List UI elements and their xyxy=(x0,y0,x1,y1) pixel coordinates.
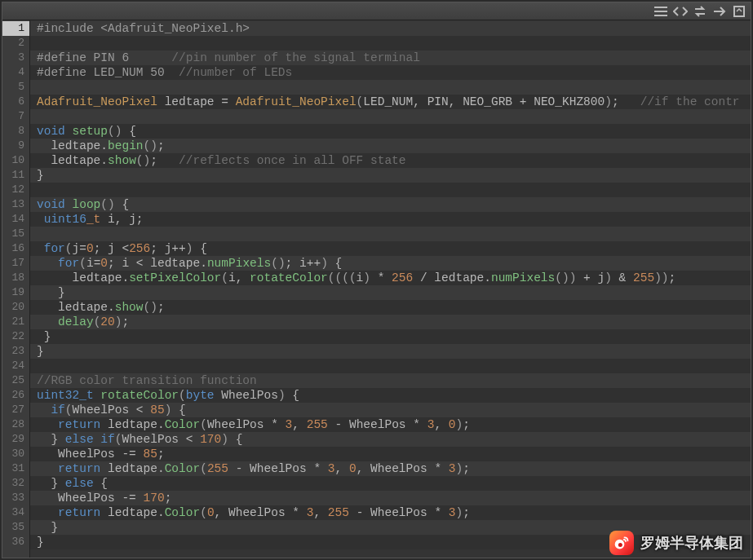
line-number: 23 xyxy=(2,344,29,359)
code-line[interactable]: WheelPos -= 170; xyxy=(30,491,751,505)
line-number: 20 xyxy=(2,300,29,315)
line-number: 36 xyxy=(2,535,29,549)
code-line[interactable]: void setup() { xyxy=(30,124,751,139)
code-line[interactable]: } xyxy=(30,168,751,183)
line-number: 6 xyxy=(2,95,29,109)
code-line[interactable]: #include <Adafruit_NeoPixel.h> xyxy=(30,21,751,36)
code-line[interactable]: ledtape.begin(); xyxy=(30,139,751,153)
code-line[interactable]: return ledtape.Color(WheelPos * 3, 255 -… xyxy=(30,417,751,432)
line-number: 8 xyxy=(2,124,29,139)
code-line[interactable]: } xyxy=(30,329,751,344)
code-line[interactable]: return ledtape.Color(255 - WheelPos * 3,… xyxy=(30,461,751,476)
line-number: 28 xyxy=(2,417,29,432)
code-line[interactable]: WheelPos -= 85; xyxy=(30,447,751,461)
hamburger-icon[interactable] xyxy=(653,4,669,19)
line-number: 18 xyxy=(2,271,29,285)
arrow-right-icon[interactable] xyxy=(711,4,728,19)
line-number: 15 xyxy=(2,227,29,241)
code-line[interactable]: void loop() { xyxy=(30,197,751,212)
svg-rect-0 xyxy=(734,7,744,16)
code-line[interactable]: Adafruit_NeoPixel ledtape = Adafruit_Neo… xyxy=(30,95,751,109)
line-number: 34 xyxy=(2,505,29,520)
line-number: 32 xyxy=(2,476,29,491)
code-editor[interactable]: 1234567891011121314151617181920212223242… xyxy=(2,20,751,558)
code-line[interactable]: #define PIN 6 //pin number of the signal… xyxy=(30,51,751,65)
line-number: 7 xyxy=(2,109,29,124)
code-line[interactable] xyxy=(30,80,751,95)
code-line[interactable] xyxy=(30,36,751,51)
swap-icon[interactable] xyxy=(692,4,708,19)
code-line[interactable] xyxy=(30,109,751,124)
code-line[interactable]: return ledtape.Color(0, WheelPos * 3, 25… xyxy=(30,505,751,520)
code-line[interactable]: } xyxy=(30,535,751,549)
code-line[interactable]: ledtape.show(); xyxy=(30,300,751,315)
code-line[interactable]: uint16_t i, j; xyxy=(30,212,751,227)
line-number: 13 xyxy=(2,197,29,212)
line-number: 35 xyxy=(2,520,29,535)
code-line[interactable]: #define LED_NUM 50 //number of LEDs xyxy=(30,65,751,80)
code-line[interactable]: ledtape.setPixelColor(i, rotateColor((((… xyxy=(30,271,751,285)
line-number: 33 xyxy=(2,491,29,505)
line-number: 17 xyxy=(2,256,29,271)
line-number: 27 xyxy=(2,403,29,417)
line-number-gutter: 1234567891011121314151617181920212223242… xyxy=(2,20,30,558)
line-number: 12 xyxy=(2,183,29,197)
code-line[interactable]: } xyxy=(30,344,751,359)
line-number: 11 xyxy=(2,168,29,183)
code-line[interactable] xyxy=(30,359,751,373)
line-number: 16 xyxy=(2,241,29,256)
code-line[interactable]: if(WheelPos < 85) { xyxy=(30,403,751,417)
line-number: 22 xyxy=(2,329,29,344)
code-line[interactable]: } else { xyxy=(30,476,751,491)
code-line[interactable]: //RGB color transition function xyxy=(30,373,751,388)
code-line[interactable]: for(i=0; i < ledtape.numPixels(); i++) { xyxy=(30,256,751,271)
code-area[interactable]: #include <Adafruit_NeoPixel.h>#define PI… xyxy=(30,20,751,558)
code-line[interactable]: delay(20); xyxy=(30,315,751,329)
code-line[interactable] xyxy=(30,227,751,241)
line-number: 5 xyxy=(2,80,29,95)
line-number: 1 xyxy=(2,21,29,36)
line-number: 14 xyxy=(2,212,29,227)
code-line[interactable]: ledtape.show(); //reflects once in all O… xyxy=(30,153,751,168)
expand-icon[interactable] xyxy=(731,4,747,19)
code-icon[interactable] xyxy=(672,4,689,19)
line-number: 9 xyxy=(2,139,29,153)
line-number: 25 xyxy=(2,373,29,388)
code-line[interactable]: for(j=0; j <256; j++) { xyxy=(30,241,751,256)
code-line[interactable]: } xyxy=(30,285,751,300)
line-number: 3 xyxy=(2,51,29,65)
code-line[interactable] xyxy=(30,183,751,197)
line-number: 10 xyxy=(2,153,29,168)
line-number: 24 xyxy=(2,359,29,373)
editor-window: 1234567891011121314151617181920212223242… xyxy=(2,2,751,558)
line-number: 30 xyxy=(2,447,29,461)
line-number: 4 xyxy=(2,65,29,80)
code-line[interactable]: uint32_t rotateColor(byte WheelPos) { xyxy=(30,388,751,403)
line-number: 26 xyxy=(2,388,29,403)
line-number: 19 xyxy=(2,285,29,300)
line-number: 21 xyxy=(2,315,29,329)
line-number: 2 xyxy=(2,36,29,51)
code-line[interactable]: } xyxy=(30,520,751,535)
line-number: 29 xyxy=(2,432,29,447)
line-number: 31 xyxy=(2,461,29,476)
code-line[interactable]: } else if(WheelPos < 170) { xyxy=(30,432,751,447)
editor-toolbar xyxy=(2,2,751,20)
